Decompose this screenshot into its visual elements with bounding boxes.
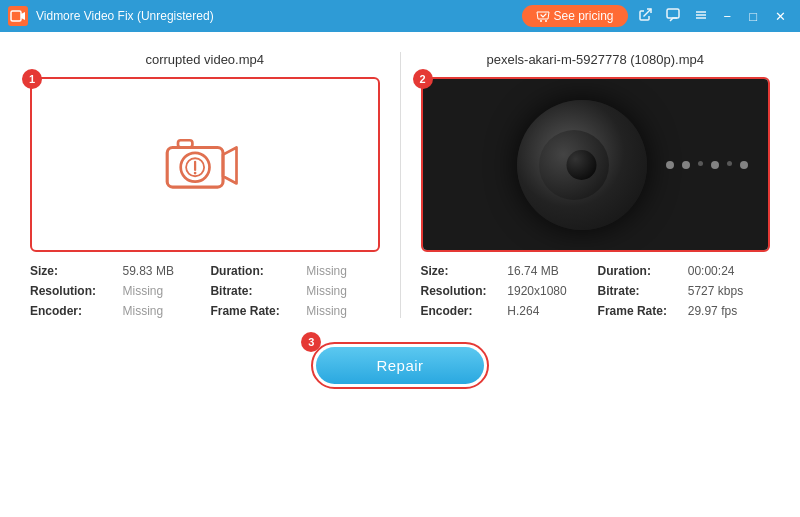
left-framerate-label: Frame Rate: <box>210 304 302 318</box>
corrupted-camera-icon <box>160 130 250 200</box>
svg-rect-0 <box>11 11 21 21</box>
right-encoder-value: H.264 <box>507 304 593 318</box>
panels-row: corrupted video.mp4 1 <box>30 52 770 318</box>
lens-core <box>567 150 597 180</box>
close-button[interactable]: ✕ <box>769 8 792 25</box>
left-video-wrapper: 1 <box>30 77 380 252</box>
right-duration-value: 00:00:24 <box>688 264 770 278</box>
svg-point-13 <box>194 171 197 174</box>
lens-dot-1 <box>666 161 674 169</box>
repair-section: 3 Repair <box>30 342 770 389</box>
see-pricing-button[interactable]: See pricing <box>522 5 628 27</box>
panel-divider <box>400 52 401 318</box>
svg-line-4 <box>643 9 651 17</box>
right-size-label: Size: <box>421 264 504 278</box>
app-logo <box>8 6 28 26</box>
repair-button[interactable]: Repair <box>316 347 483 384</box>
left-encoder-label: Encoder: <box>30 304 119 318</box>
left-size-label: Size: <box>30 264 119 278</box>
lens-dot-2 <box>682 161 690 169</box>
right-framerate-label: Frame Rate: <box>598 304 684 318</box>
right-video-wrapper: 2 <box>421 77 771 252</box>
right-video-box[interactable] <box>421 77 771 252</box>
left-encoder-value: Missing <box>123 304 207 318</box>
right-resolution-value: 1920x1080 <box>507 284 593 298</box>
left-info-grid: Size: 59.83 MB Duration: Missing Resolut… <box>30 264 380 318</box>
right-encoder-label: Encoder: <box>421 304 504 318</box>
svg-rect-5 <box>667 9 679 18</box>
right-panel-title: pexels-akari-m-5927778 (1080p).mp4 <box>486 52 704 67</box>
titlebar: Vidmore Video Fix (Unregistered) See pri… <box>0 0 800 32</box>
badge-2: 2 <box>413 69 433 89</box>
maximize-button[interactable]: □ <box>743 8 763 25</box>
right-size-value: 16.74 MB <box>507 264 593 278</box>
left-bitrate-label: Bitrate: <box>210 284 302 298</box>
main-content: corrupted video.mp4 1 <box>0 32 800 517</box>
svg-rect-14 <box>178 140 192 147</box>
left-resolution-value: Missing <box>123 284 207 298</box>
badge-1: 1 <box>22 69 42 89</box>
right-panel: pexels-akari-m-5927778 (1080p).mp4 2 <box>421 52 771 318</box>
left-size-value: 59.83 MB <box>123 264 207 278</box>
left-framerate-value: Missing <box>306 304 379 318</box>
right-bitrate-value: 5727 kbps <box>688 284 770 298</box>
video-thumbnail <box>423 79 769 250</box>
left-bitrate-value: Missing <box>306 284 379 298</box>
left-panel: corrupted video.mp4 1 <box>30 52 380 318</box>
chat-icon[interactable] <box>662 6 684 27</box>
titlebar-left: Vidmore Video Fix (Unregistered) <box>8 6 214 26</box>
right-duration-label: Duration: <box>598 264 684 278</box>
lens-dot-4 <box>711 161 719 169</box>
left-panel-title: corrupted video.mp4 <box>145 52 264 67</box>
repair-button-wrapper: 3 Repair <box>311 342 488 389</box>
right-info-grid: Size: 16.74 MB Duration: 00:00:24 Resolu… <box>421 264 771 318</box>
svg-point-2 <box>540 20 542 22</box>
menu-icon[interactable] <box>690 6 712 27</box>
right-bitrate-label: Bitrate: <box>598 284 684 298</box>
titlebar-right: See pricing − □ ✕ <box>522 5 793 27</box>
lens-dot-6 <box>740 161 748 169</box>
left-resolution-label: Resolution: <box>30 284 119 298</box>
right-framerate-value: 29.97 fps <box>688 304 770 318</box>
svg-point-3 <box>545 20 547 22</box>
svg-marker-15 <box>223 147 237 183</box>
see-pricing-label: See pricing <box>554 9 614 23</box>
minimize-button[interactable]: − <box>718 8 738 25</box>
left-duration-label: Duration: <box>210 264 302 278</box>
lens-dots <box>666 161 748 169</box>
left-duration-value: Missing <box>306 264 379 278</box>
lens-dot-5 <box>727 161 732 166</box>
repair-outer-border: Repair <box>311 342 488 389</box>
app-title: Vidmore Video Fix (Unregistered) <box>36 9 214 23</box>
lens-dot-3 <box>698 161 703 166</box>
right-resolution-label: Resolution: <box>421 284 504 298</box>
link-icon[interactable] <box>634 6 656 27</box>
left-video-box[interactable] <box>30 77 380 252</box>
